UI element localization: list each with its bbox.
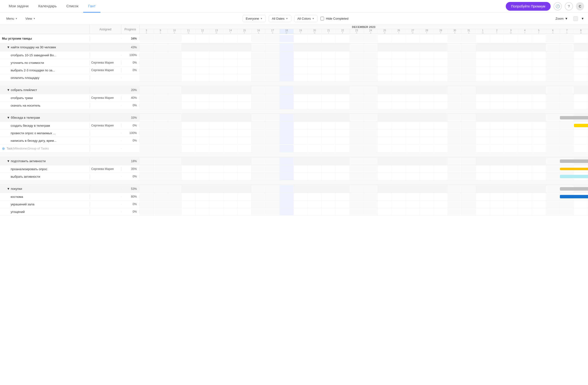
table-row: создать беседу в телеграм Сергеева Мария… [0, 122, 588, 129]
gantt-col-18 [392, 129, 406, 137]
gantt-col-17 [378, 44, 392, 51]
gantt-col-11 [294, 94, 308, 101]
task-name[interactable]: ▼ найти площадку на 30 человек [7, 45, 56, 49]
tab-calendar[interactable]: Календарь [33, 0, 62, 13]
task-name[interactable]: выбрать активности [11, 175, 40, 179]
gantt-col-7 [237, 129, 252, 137]
gantt-day-15: 15F [237, 29, 252, 34]
gantt-col-26 [504, 193, 518, 200]
gantt-col-19 [406, 208, 420, 215]
gantt-col-3 [181, 158, 195, 165]
gantt-col-8 [252, 86, 266, 94]
gantt-col-2 [168, 208, 182, 215]
task-cell: ▼ покупки [0, 186, 90, 192]
gantt-col-20 [420, 51, 434, 59]
task-name[interactable]: написать в беседу дату, врем... [11, 139, 57, 142]
gantt-col-10 [280, 193, 294, 200]
task-name[interactable]: отобрать треки [11, 96, 33, 100]
gantt-col-4 [195, 35, 210, 42]
task-name[interactable]: ▼ покупки [7, 187, 22, 191]
gantt-col-19 [406, 51, 420, 59]
gantt-col-11 [294, 102, 308, 109]
gantt-col-0 [140, 67, 154, 74]
nav-right: Попробуйте Премиум 🕐 ? С [506, 2, 584, 11]
add-task-button[interactable]: ⊕ Task [2, 146, 13, 151]
add-milestone-label[interactable]: Milestone [13, 147, 27, 150]
gantt-col-3 [181, 193, 195, 200]
gantt-col-24 [476, 102, 490, 109]
task-name[interactable]: провести опрос о желаемых ... [11, 131, 56, 135]
gantt-col-27 [518, 35, 532, 42]
gantt-col-28 [532, 193, 546, 200]
task-name[interactable]: ▼ собрать плейлист [7, 88, 37, 92]
task-name[interactable]: украшений зала [11, 203, 34, 206]
gantt-col-3 [181, 51, 195, 59]
table-row: провести опрос о желаемых ... 100% [0, 129, 588, 137]
gantt-col-25 [490, 193, 504, 200]
tab-my-tasks[interactable]: Мои задачи [4, 0, 33, 13]
gantt-col-4 [195, 208, 210, 215]
avatar[interactable]: С [576, 2, 584, 10]
task-name[interactable]: создать беседу в телеграм [11, 124, 50, 127]
tab-gantt[interactable]: Гант [83, 0, 100, 13]
help-icon[interactable]: ? [565, 2, 573, 10]
gantt-col-19 [406, 114, 420, 121]
gantt-col-19 [406, 44, 420, 51]
gantt-col-0 [140, 208, 154, 215]
task-name[interactable]: угощений [11, 210, 25, 214]
gantt-col-23 [462, 201, 476, 208]
gantt-col-8 [252, 114, 266, 121]
task-name[interactable]: ▼ подготовить активности [7, 159, 46, 163]
add-group-label[interactable]: Group of Tasks [28, 147, 49, 150]
zoom-button[interactable]: Zoom ▼ [553, 15, 570, 22]
gantt-col-2 [168, 173, 182, 180]
gantt-day-12: 12T [195, 29, 210, 34]
gantt-col-6 [224, 67, 238, 74]
gantt-col-11 [294, 114, 308, 121]
gantt-col-6 [224, 137, 238, 144]
premium-button[interactable]: Попробуйте Премиум [506, 2, 551, 11]
gantt-col-21 [434, 201, 448, 208]
tab-list[interactable]: Список [61, 0, 83, 13]
hide-completed-checkbox[interactable] [320, 17, 324, 20]
add-task-label[interactable]: Task [7, 147, 13, 150]
color-swatch[interactable] [573, 16, 578, 21]
gantt-col-18 [392, 208, 406, 215]
view-button[interactable]: View ▼ [23, 15, 38, 22]
gantt-col-30 [560, 102, 574, 109]
assigned-cell [90, 47, 121, 48]
everyone-filter[interactable]: Everyone ▼ [243, 15, 266, 22]
task-name[interactable]: выбрать 2-3 площадки по за... [11, 68, 55, 72]
gantt-col-29 [546, 102, 560, 109]
gantt-col-0 [140, 86, 154, 94]
gantt-col-5 [210, 102, 224, 109]
gantt-col-16 [364, 185, 378, 192]
menu-button[interactable]: Menu ▼ [4, 15, 20, 22]
gantt-col-16 [364, 44, 378, 51]
task-name[interactable]: проанализировать опрос [11, 167, 47, 171]
task-name[interactable]: оплатить площадку [11, 76, 39, 80]
gantt-col-15 [350, 185, 364, 192]
gantt-col-4 [195, 114, 210, 121]
gantt-col-27 [518, 201, 532, 208]
task-name[interactable]: уточнить по стоимости [11, 61, 44, 65]
task-cell: проанализировать опрос [0, 166, 90, 172]
task-name[interactable]: костюма [11, 195, 23, 199]
clock-icon[interactable]: 🕐 [554, 2, 562, 10]
gantt-col-5 [210, 137, 224, 144]
gantt-col-15 [350, 74, 364, 81]
all-colors-filter[interactable]: All Colors ▼ [294, 15, 318, 22]
task-name[interactable]: ▼ ббеседа в телеграм [7, 116, 40, 119]
all-dates-filter[interactable]: All Dates ▼ [269, 15, 291, 22]
gantt-col-3 [181, 35, 195, 42]
task-name[interactable]: отобрать 10-15 заведений Во... [11, 53, 57, 57]
gantt-col-3 [181, 129, 195, 137]
gantt-col-0 [140, 94, 154, 101]
task-name[interactable]: скачать на носитель [11, 104, 41, 107]
gantt-col-24 [476, 122, 490, 129]
gantt-col-29 [546, 67, 560, 74]
gantt-col-15 [350, 173, 364, 180]
gantt-col-22 [448, 165, 462, 173]
gantt-col-22 [448, 59, 462, 66]
gantt-col-10 [280, 137, 294, 144]
